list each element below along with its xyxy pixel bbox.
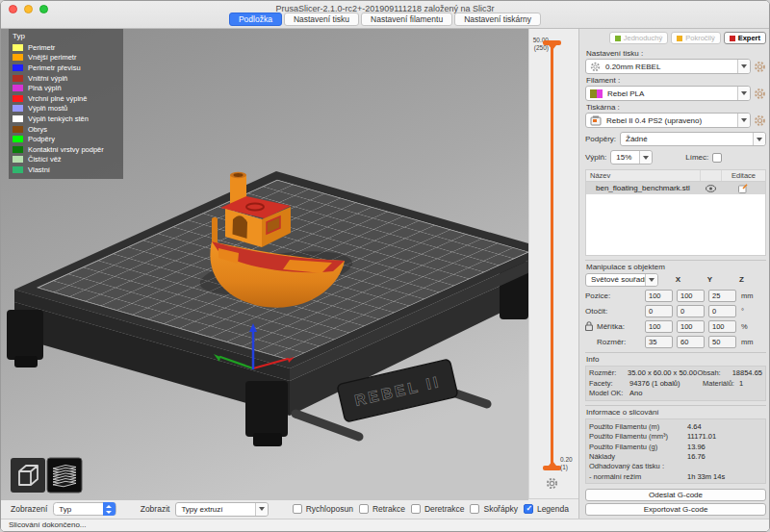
mode-simple-button[interactable]: Jednoduchý — [609, 32, 668, 44]
chevron-down-icon — [639, 151, 652, 164]
chevron-down-icon — [737, 60, 750, 73]
supports-label: Podpěry: — [585, 135, 616, 143]
edit-preset-gear-icon[interactable] — [754, 88, 766, 100]
legend-swatch — [13, 105, 23, 112]
rotation-x-field[interactable]: 0 — [645, 305, 673, 317]
info-title: Info — [585, 352, 766, 366]
slicing-info-title: Informace o slicování — [585, 405, 766, 418]
legend-item: Vlastní — [13, 165, 119, 175]
checkbox-travel[interactable]: Rychloposun — [293, 504, 353, 514]
scale-y-field[interactable]: 100 — [677, 320, 705, 333]
printer-row: Rebel II 0.4 PS2 (upraveno) — [585, 113, 766, 128]
size-z-field[interactable]: 50 — [708, 336, 736, 348]
scale-z-field[interactable]: 100 — [708, 320, 736, 333]
legend-item: Výplň mostů — [13, 104, 119, 114]
tab-print-settings[interactable]: Nastavení tisku — [284, 13, 359, 26]
filament-combo[interactable]: Rebel PLA — [585, 86, 751, 101]
tab-bar: Podložka Nastavení tisku Nastavení filam… — [1, 13, 769, 26]
sidebar: Jednoduchý Pokročilý Expert Nastavení ti… — [578, 29, 770, 519]
visibility-column-header — [700, 170, 721, 181]
legend-item: Perimetr — [13, 42, 119, 53]
scale-row: Měřítka: 100 100 100 % — [585, 320, 766, 333]
print-settings-label: Nastavení tisku : — [586, 49, 766, 58]
tab-printer-settings[interactable]: Nastavení tiskárny — [454, 13, 541, 26]
chevron-down-icon — [737, 87, 750, 100]
position-x-field[interactable]: 100 — [645, 290, 673, 302]
checkbox-box[interactable] — [470, 504, 479, 514]
view-label: Zobrazení — [11, 504, 47, 514]
main-area: REBEL II — [1, 29, 769, 519]
object-row[interactable]: ben_floating_benchmark.stl — [586, 182, 765, 194]
mode-expert-button[interactable]: Expert — [724, 32, 766, 44]
legend-swatch — [13, 166, 23, 173]
show-features-combo[interactable]: Typy extruzí — [175, 502, 269, 517]
status-bar: Slicování dokončeno... — [1, 519, 769, 531]
checkbox-shells[interactable]: Skořápky — [470, 504, 517, 514]
uniform-scale-lock[interactable] — [585, 321, 597, 331]
rotation-y-field[interactable]: 0 — [677, 305, 705, 317]
brim-label: Límec: — [685, 153, 708, 162]
tab-plater[interactable]: Podložka — [229, 13, 282, 26]
tab-filament-settings[interactable]: Nastavení filamentu — [361, 13, 452, 26]
brim-checkbox[interactable] — [712, 153, 722, 163]
printer-label: Tiskárna : — [586, 103, 766, 112]
legend-swatch — [13, 95, 23, 102]
layer-slider-min-label: 0.20 (1) — [560, 456, 573, 471]
legend-swatch — [13, 85, 23, 91]
size-x-field[interactable]: 35 — [645, 336, 673, 348]
checkbox-box[interactable] — [524, 504, 533, 514]
rotation-z-field[interactable]: 0 — [708, 305, 736, 317]
rotation-row: Otočit: 0 0 0 ° — [585, 305, 766, 317]
legend-item: Obrys — [13, 124, 119, 135]
view-3d-button[interactable] — [11, 458, 45, 493]
mode-advanced-button[interactable]: Pokročilý — [671, 32, 720, 44]
checkbox-legend[interactable]: Legenda — [524, 504, 569, 514]
size-y-field[interactable]: 60 — [677, 336, 705, 348]
view-type-select[interactable]: Typ — [53, 502, 116, 516]
filament-label: Filament : — [586, 76, 766, 85]
checkbox-retractions[interactable]: Retrakce — [359, 504, 405, 514]
position-y-field[interactable]: 100 — [677, 290, 705, 302]
layer-slider-track[interactable] — [551, 46, 553, 466]
edit-object-button[interactable] — [721, 184, 765, 193]
checkbox-box[interactable] — [359, 504, 369, 514]
mode-color-square — [677, 36, 682, 41]
slider-gear-icon[interactable] — [546, 477, 558, 490]
layer-slider-upper-handle[interactable] — [543, 40, 561, 45]
legend-swatch — [13, 136, 23, 142]
legend-swatch — [13, 54, 23, 61]
view-layers-button[interactable] — [47, 458, 82, 493]
gear-icon — [590, 62, 601, 72]
axes-headers: X Y Z — [660, 275, 766, 284]
edit-preset-gear-icon[interactable] — [754, 114, 766, 127]
legend-swatch — [13, 146, 23, 153]
position-z-field[interactable]: 25 — [708, 290, 736, 302]
printer-combo[interactable]: Rebel II 0.4 PS2 (upraveno) — [585, 113, 751, 128]
printer-leg-left — [7, 310, 43, 360]
checkbox-deretractions[interactable]: Deretrakce — [411, 504, 465, 514]
mode-switcher: Jednoduchý Pokročilý Expert — [585, 32, 766, 44]
infill-combo[interactable]: 15% — [610, 150, 653, 165]
supports-combo[interactable]: Žádné — [620, 132, 766, 146]
gcode-buttons: Odeslat G-code Exportovat G-code — [585, 484, 766, 516]
position-row: Pozice: 100 100 25 mm — [585, 290, 766, 302]
info-panel: Rozměr:35.00 x 60.00 x 50.00Obsah:18854.… — [585, 366, 766, 402]
filament-color-swatch — [590, 89, 603, 98]
scale-x-field[interactable]: 100 — [645, 320, 673, 333]
checkbox-box[interactable] — [293, 504, 302, 514]
supports-row: Podpěry: Žádné — [585, 132, 766, 146]
visibility-toggle[interactable] — [700, 185, 721, 192]
printer-icon — [590, 115, 602, 126]
name-column-header: Název — [586, 171, 700, 180]
manipulation-header-row: Světové souřadnice X Y Z — [585, 273, 766, 287]
checkbox-box[interactable] — [411, 504, 421, 514]
x-axis-header: X — [664, 275, 692, 284]
legend-item: Výplň tenkých stěn — [13, 114, 119, 124]
send-gcode-button[interactable]: Odeslat G-code — [585, 489, 766, 501]
export-gcode-button[interactable]: Exportovat G-code — [585, 503, 766, 516]
layer-slider-lower-handle[interactable] — [543, 466, 561, 470]
y-axis-header: Y — [696, 275, 724, 284]
edit-preset-gear-icon[interactable] — [754, 61, 766, 73]
print-settings-combo[interactable]: 0.20mm REBEL — [585, 59, 751, 74]
coordinate-system-combo[interactable]: Světové souřadnice — [585, 273, 658, 287]
